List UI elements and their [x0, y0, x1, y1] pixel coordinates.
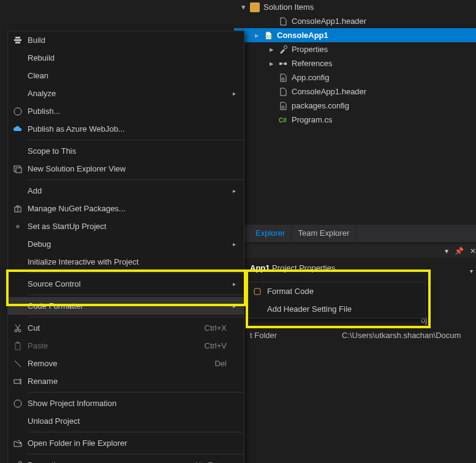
file-icon — [278, 17, 288, 26]
menu-shortcut: Ctrl+V — [205, 341, 233, 350]
menu-label: Rename — [28, 377, 227, 386]
svg-text:C#: C# — [267, 34, 273, 39]
menu-item-manage-nuget-packages[interactable]: Manage NuGet Packages... — [8, 200, 244, 217]
menu-separator — [28, 454, 244, 454]
tree-label: ConsoleApp1 — [277, 31, 328, 40]
properties-panel-header: es ▾ 📌 ✕ — [221, 244, 476, 258]
tree-item[interactable]: ConsoleApp1.header — [234, 85, 476, 99]
tree-label: ConsoleApp1.header — [292, 87, 366, 96]
menu-item-add[interactable]: Add▸ — [8, 182, 244, 200]
chevron-right-icon[interactable]: ▸ — [268, 45, 274, 54]
svg-line-33 — [15, 361, 21, 367]
tree-item[interactable]: ConsoleApp1.header — [234, 14, 476, 28]
menu-separator — [28, 392, 244, 393]
menu-item-show-project-information[interactable]: Show Project Information — [8, 394, 244, 412]
menu-label: Paste — [28, 341, 205, 350]
tree-item[interactable]: ▸Properties — [234, 42, 476, 56]
svg-rect-41 — [254, 288, 260, 295]
file-icon — [278, 87, 288, 97]
submenu-arrow-icon: ▸ — [233, 303, 244, 309]
tree-label: Program.cs — [292, 115, 332, 124]
cs-icon: C# — [278, 115, 288, 125]
build-icon — [8, 36, 28, 45]
svg-point-6 — [282, 106, 284, 108]
rename-icon — [8, 377, 28, 386]
svg-rect-35 — [14, 380, 20, 383]
menu-label: Remove — [28, 359, 214, 368]
globe-icon — [8, 107, 28, 116]
close-icon[interactable]: ✕ — [470, 247, 476, 255]
tree-item[interactable]: App.config — [234, 70, 476, 85]
tab-team-explorer[interactable]: Team Explorer — [292, 225, 356, 242]
wrench-icon — [278, 45, 288, 55]
menu-separator — [28, 179, 244, 180]
svg-point-11 — [14, 108, 21, 115]
menu-item-source-control[interactable]: Source Control▸ — [8, 275, 244, 293]
menu-item-debug[interactable]: Debug▸ — [8, 235, 244, 253]
menu-item-publish-as-azure-webjob[interactable]: Publish as Azure WebJob... — [8, 120, 244, 138]
menu-item-publish[interactable]: Publish... — [8, 102, 244, 120]
menu-label: Analyze — [28, 89, 227, 98]
menu-label: Initialize Interactive with Project — [28, 257, 227, 266]
svg-point-5 — [282, 78, 284, 80]
tree-root-solution-items[interactable]: ▾ Solution Items — [234, 0, 476, 14]
menu-item-remove[interactable]: RemoveDel — [8, 355, 244, 372]
menu-item-paste: PasteCtrl+V — [8, 337, 244, 355]
menu-item-code-formatter[interactable]: Code Formatter▸ — [8, 297, 244, 315]
tree-label: packages.config — [292, 101, 349, 110]
submenu-item-add-header-setting-file[interactable]: Add Header Setting File — [247, 300, 425, 318]
tree-label: Properties — [292, 45, 328, 54]
tree-label: App.config — [292, 73, 329, 82]
cut-icon — [8, 323, 28, 333]
chevron-right-icon[interactable]: ▸ — [254, 31, 260, 40]
menu-label: Publish as Azure WebJob... — [28, 124, 227, 134]
menu-separator — [28, 317, 244, 317]
menu-item-clean[interactable]: Clean — [8, 67, 244, 85]
svg-point-37 — [14, 400, 21, 407]
svg-rect-32 — [17, 342, 19, 344]
menu-item-unload-project[interactable]: Unload Project — [8, 412, 244, 430]
tree-item[interactable]: packages.config — [234, 99, 476, 113]
menu-item-initialize-interactive-with-project[interactable]: Initialize Interactive with Project — [8, 253, 244, 271]
expand-icon[interactable]: ▾ — [470, 268, 473, 274]
dropdown-icon[interactable]: ▾ — [445, 247, 448, 255]
pin-icon[interactable]: 📌 — [455, 247, 464, 255]
submenu-arrow-icon: ▸ — [233, 90, 244, 97]
menu-separator — [28, 295, 244, 295]
menu-item-set-as-startup-project[interactable]: Set as StartUp Project — [8, 217, 244, 235]
tree-item[interactable]: C#Program.cs — [234, 113, 476, 127]
properties-value: C:\Users\utkarsh.shachan\Docum — [342, 331, 461, 340]
tab-solution-explorer[interactable]: Explorer — [249, 225, 292, 242]
submenu-item-format-code[interactable]: Format Code — [247, 282, 425, 300]
paste-icon — [8, 341, 28, 351]
menu-item-properties[interactable]: PropertiesAlt+Enter — [8, 456, 244, 463]
menu-item-rebuild[interactable]: Rebuild — [8, 49, 244, 67]
menu-item-scope-to-this[interactable]: Scope to This — [8, 142, 244, 160]
nuget-icon — [8, 204, 28, 214]
menu-item-cut[interactable]: CutCtrl+X — [8, 319, 244, 337]
bottom-tab-bar: Explorer Team Explorer — [221, 225, 476, 243]
cloud-icon — [8, 124, 28, 134]
properties-row-project-folder: t Folder C:\Users\utkarsh.shachan\Docum — [250, 331, 476, 340]
refs-icon — [278, 59, 288, 69]
menu-item-rename[interactable]: Rename — [8, 372, 244, 390]
svg-text:C#: C# — [279, 117, 287, 124]
tree-item[interactable]: ▸C#ConsoleApp1 — [234, 28, 476, 42]
menu-separator — [28, 432, 244, 432]
tree-label: ConsoleApp1.header — [292, 17, 366, 26]
menu-label: Build — [28, 36, 227, 45]
menu-item-open-folder-in-file-explorer[interactable]: Open Folder in File Explorer — [8, 434, 244, 452]
menu-label: New Solution Explorer View — [28, 164, 227, 173]
menu-item-analyze[interactable]: Analyze▸ — [8, 85, 244, 102]
menu-item-new-solution-explorer-view[interactable]: New Solution Explorer View — [8, 160, 244, 178]
menu-label: Source Control — [28, 279, 227, 288]
chevron-down-icon[interactable]: ▾ — [240, 2, 246, 12]
chevron-right-icon[interactable]: ▸ — [268, 59, 274, 68]
menu-label: Set as StartUp Project — [28, 222, 227, 231]
menu-item-build[interactable]: Build — [8, 31, 244, 49]
svg-rect-10 — [15, 42, 20, 43]
menu-label: Add Header Setting File — [267, 304, 425, 314]
cfg-icon — [278, 73, 288, 83]
svg-rect-3 — [284, 62, 287, 65]
tree-item[interactable]: ▸References — [234, 56, 476, 70]
